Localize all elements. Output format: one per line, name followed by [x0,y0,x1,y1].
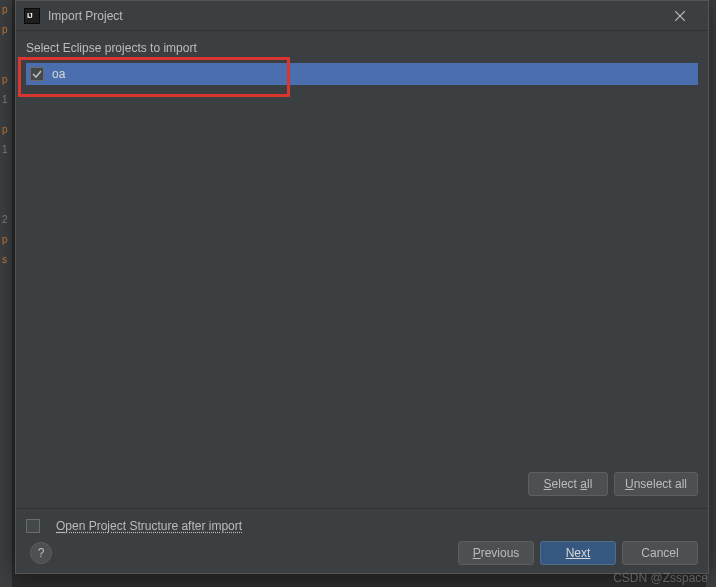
dialog-footer: Open Project Structure after import ? Pr… [16,508,708,573]
project-list[interactable]: oa [26,63,698,460]
button-label: Previous [473,546,520,560]
project-name-label: oa [52,67,65,81]
check-icon [32,69,42,79]
button-label: Select all [544,477,593,491]
button-label: Unselect all [625,477,687,491]
help-icon: ? [38,546,45,560]
close-icon [675,11,685,21]
previous-button[interactable]: Previous [458,541,534,565]
project-checkbox[interactable] [30,67,44,81]
intellij-icon [24,8,40,24]
wizard-nav-buttons: Previous Next Cancel [52,541,698,565]
button-label: Next [566,546,591,560]
project-row[interactable]: oa [26,63,698,85]
open-structure-checkbox[interactable] [26,519,40,533]
help-button[interactable]: ? [30,542,52,564]
dialog-titlebar: Import Project [16,1,708,31]
select-all-button[interactable]: Select all [528,472,608,496]
instruction-label: Select Eclipse projects to import [16,31,708,63]
editor-gutter: p p p 1 p 1 2 p s [0,0,12,587]
unselect-all-button[interactable]: Unselect all [614,472,698,496]
open-structure-option[interactable]: Open Project Structure after import [26,519,698,533]
close-button[interactable] [660,2,700,30]
selection-buttons-row: Select all Unselect all [16,460,708,508]
cancel-button[interactable]: Cancel [622,541,698,565]
open-structure-label: Open Project Structure after import [56,519,242,533]
button-label: Cancel [641,546,678,560]
dialog-title: Import Project [48,9,660,23]
watermark-text: CSDN @Zsspace [613,571,708,585]
import-project-dialog: Import Project Select Eclipse projects t… [15,0,709,574]
next-button[interactable]: Next [540,541,616,565]
